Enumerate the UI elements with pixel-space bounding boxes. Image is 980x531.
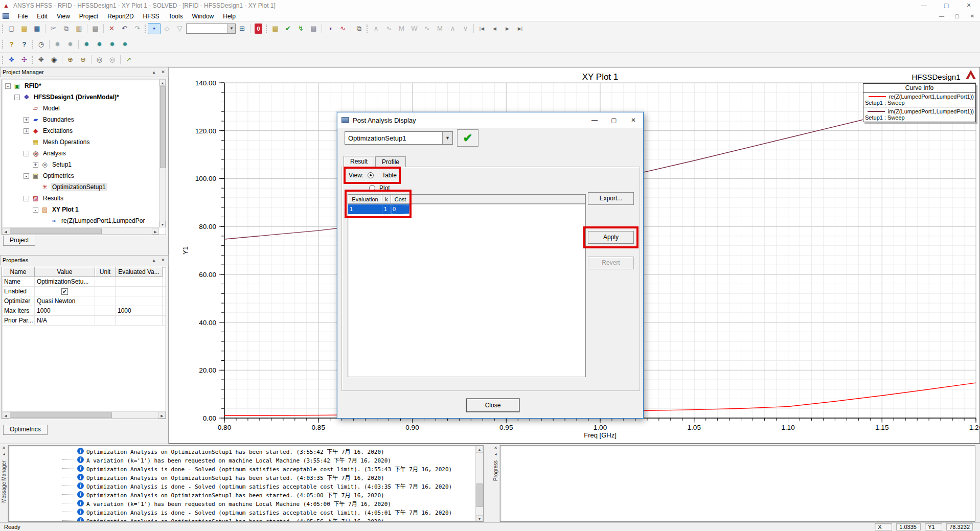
close-icon[interactable]: ✕ — [958, 0, 980, 11]
wave-w1-button[interactable]: W — [408, 23, 421, 34]
module-purple-button[interactable]: ✣ — [18, 54, 31, 65]
dialog-title-bar[interactable]: Post Analysis Display — ▢ ✕ — [337, 112, 643, 128]
scroll-down-icon[interactable]: ▼ — [476, 515, 483, 522]
expand-toggle-icon[interactable]: - — [24, 196, 29, 201]
fit-view-button[interactable]: ◎ — [106, 54, 119, 65]
radio-table[interactable] — [368, 172, 374, 178]
nav-prev-button[interactable]: ◀ — [488, 23, 501, 34]
close-icon[interactable]: ✕ — [160, 258, 166, 263]
menu-item[interactable]: Help — [218, 12, 240, 21]
component-tree-button[interactable]: ⊞ — [236, 23, 248, 34]
module-blue-button[interactable]: ❖ — [5, 54, 18, 65]
select-multi-button[interactable]: ▽ — [173, 23, 186, 34]
tab-result[interactable]: Result — [344, 156, 374, 168]
validation-check-button[interactable]: ✔ — [282, 23, 294, 34]
enabled-checkbox[interactable]: ✔ — [61, 288, 68, 295]
expand-toggle-icon[interactable]: + — [24, 128, 29, 134]
tree-item-results[interactable]: - Results — [2, 193, 166, 204]
confirm-setup-button[interactable]: ✔ — [457, 129, 478, 147]
tree-item-analysis[interactable]: - Analysis — [2, 148, 166, 159]
fan-gray1-button[interactable]: ✹ — [51, 39, 64, 50]
wave-rect-button[interactable]: ∧ — [370, 23, 382, 34]
tab-profile[interactable]: Profile — [375, 156, 406, 167]
fan-teal2-button[interactable]: ✹ — [93, 39, 106, 50]
apply-button[interactable]: Apply — [588, 231, 634, 244]
select-face-button[interactable]: ◇ — [161, 23, 173, 34]
copy-image-button[interactable]: ⧉ — [353, 23, 366, 34]
child-close-icon[interactable]: ✕ — [965, 12, 980, 20]
menu-item[interactable]: File — [13, 12, 32, 21]
context-help-button[interactable]: ? — [18, 39, 31, 50]
close-icon[interactable]: ✕ — [2, 445, 6, 451]
print-button[interactable]: ▤ — [89, 23, 102, 34]
solutions-button[interactable]: ◑ — [324, 23, 336, 34]
expand-toggle-icon[interactable]: - — [24, 173, 29, 179]
save-button[interactable]: ▦ — [31, 23, 43, 34]
fan-teal3-button[interactable]: ✹ — [106, 39, 119, 50]
minimize-icon[interactable]: — — [913, 0, 935, 11]
setup-combobox[interactable]: OptimizationSetup1 ▼ — [345, 131, 453, 145]
scroll-right-icon[interactable]: ▶ — [158, 412, 166, 419]
menu-item[interactable]: HFSS — [139, 12, 164, 21]
scrollbar-thumb[interactable] — [10, 412, 112, 418]
tree-item-mesh-operations[interactable]: Mesh Operations — [2, 136, 166, 148]
axes-button[interactable]: ↗ — [122, 54, 135, 65]
scrollbar-thumb[interactable] — [10, 228, 102, 234]
column-header-k[interactable]: k — [382, 195, 391, 204]
open-button[interactable]: ▤ — [18, 23, 31, 34]
pin-icon[interactable]: ◂ — [494, 451, 496, 457]
scroll-down-icon[interactable]: ▼ — [159, 221, 166, 227]
wave-m1-button[interactable]: M — [395, 23, 408, 34]
dialog-close-icon[interactable]: ✕ — [624, 113, 643, 127]
column-header-name[interactable]: Name — [2, 267, 35, 277]
radio-plot[interactable] — [369, 185, 375, 191]
paste-button[interactable]: ▥ — [73, 23, 85, 34]
pin-icon[interactable]: ◂ — [3, 451, 5, 457]
tree-item-xy-plot-1[interactable]: - XY Plot 1 — [2, 204, 166, 215]
scroll-left-icon[interactable]: ◀ — [2, 412, 9, 419]
scrollbar-thumb[interactable] — [160, 86, 166, 168]
dialog-minimize-icon[interactable]: — — [585, 113, 604, 127]
tree-item-hfssdesign1[interactable]: - HFSSDesign1 (DrivenModal)* — [2, 91, 166, 103]
collapse-icon[interactable]: ▴ — [151, 258, 157, 263]
undo-button[interactable]: ↶ — [118, 23, 131, 34]
restore-icon[interactable]: ▢ — [935, 0, 958, 11]
close-button[interactable]: Close — [466, 399, 519, 412]
reference-zero-button[interactable]: 0 — [252, 23, 265, 34]
prop-row-optimizer[interactable]: Optimizer Quasi Newton ✔ — [2, 296, 166, 306]
fan-gray2-button[interactable]: ✹ — [64, 39, 77, 50]
wave-sine-button[interactable]: ∿ — [382, 23, 395, 34]
help-button[interactable]: ? — [5, 39, 18, 50]
copy-button[interactable]: ⧉ — [60, 23, 73, 34]
tree-item-excitations[interactable]: + Excitations — [2, 125, 166, 136]
dialog-maximize-icon[interactable]: ▢ — [604, 113, 624, 127]
tab-optimetrics[interactable]: Optimetrics — [3, 425, 48, 435]
export-button[interactable]: Export... — [588, 192, 634, 205]
tree-item-re-z-trace[interactable]: re(Z(LumpedPort1,LumpedPor — [2, 215, 166, 226]
scroll-left-icon[interactable]: ◀ — [2, 228, 9, 235]
edit-notes-button[interactable]: ▤ — [307, 23, 320, 34]
tab-project[interactable]: Project — [3, 236, 35, 246]
expand-toggle-icon[interactable]: - — [24, 151, 29, 156]
nav-next-button[interactable]: ▶ — [501, 23, 514, 34]
table-row[interactable]: 1 1 0 — [348, 204, 585, 214]
analyze-all-button[interactable]: ↯ — [294, 23, 307, 34]
tree-horizontal-scrollbar[interactable]: ◀ ▶ — [2, 227, 159, 235]
expand-toggle-icon[interactable]: - — [33, 207, 38, 213]
wave-up-button[interactable]: ∧ — [446, 23, 459, 34]
scroll-up-icon[interactable]: ▲ — [159, 79, 166, 86]
column-header-cost[interactable]: Cost — [391, 195, 410, 204]
create-report-button[interactable]: ∿ — [336, 23, 349, 34]
child-minimize-icon[interactable]: — — [934, 12, 949, 20]
wave-m2-button[interactable]: M — [434, 23, 446, 34]
prop-row-enabled[interactable]: Enabled ✔ — [2, 287, 166, 296]
time-button[interactable]: ◷ — [35, 39, 48, 50]
menu-item[interactable]: View — [52, 12, 75, 21]
tree-item-rfid[interactable]: - RFID* — [2, 80, 166, 91]
wave-sine2-button[interactable]: ∿ — [421, 23, 434, 34]
tree-vertical-scrollbar[interactable]: ▲ ▼ — [159, 79, 166, 227]
nav-first-button[interactable]: |◀ — [475, 23, 488, 34]
cut-button[interactable]: ✂ — [47, 23, 60, 34]
fan-teal4-button[interactable]: ✹ — [119, 39, 131, 50]
zoom-out-button[interactable]: ⊖ — [77, 54, 89, 65]
